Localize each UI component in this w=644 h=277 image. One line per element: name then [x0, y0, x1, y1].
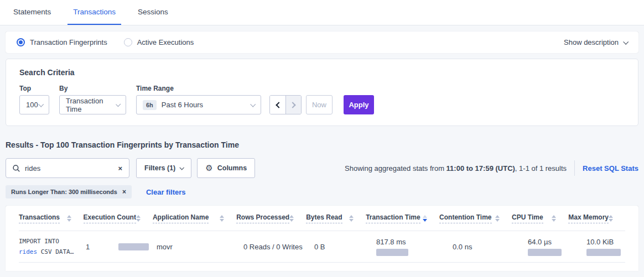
filter-chip: Runs Longer Than: 300 milliseconds ×	[6, 185, 132, 198]
column-header-cpu-time[interactable]: CPU Time	[512, 213, 568, 223]
search-clear-icon[interactable]: ×	[118, 165, 122, 172]
cell-execution-count: 1	[86, 243, 157, 251]
aggregated-stats-text: Showing aggregated stats from 11:00 to 1…	[345, 164, 567, 173]
cell-transaction-time: 817.8 ms	[376, 238, 453, 256]
sort-icon	[609, 215, 613, 222]
search-criteria-title: Search Criteria	[19, 68, 625, 77]
chevron-left-icon	[276, 102, 282, 108]
top-select[interactable]: 100	[19, 95, 49, 114]
cell-bytes-read: 0 B	[314, 243, 376, 251]
column-header-bytes-read[interactable]: Bytes Read	[306, 213, 366, 223]
reset-sql-stats-link[interactable]: Reset SQL Stats	[583, 164, 638, 173]
show-description-label: Show description	[564, 38, 619, 46]
table-header-row: Transactions Execution Count Application…	[19, 206, 625, 231]
filter-chip-label: Runs Longer Than: 300 milliseconds	[11, 189, 117, 195]
column-header-rows-processed[interactable]: Rows Processed	[236, 213, 306, 223]
stats-time-range: 11:00 to 17:59 (UTC)	[446, 164, 515, 173]
columns-button[interactable]: ⚙ Columns	[197, 158, 255, 178]
sort-icon-active-desc	[423, 215, 427, 222]
sort-icon	[220, 215, 224, 222]
cell-transaction-fingerprint: IMPORT INTO rides CSV DATA…	[19, 236, 86, 258]
by-select-value: Transaction Time	[66, 97, 116, 113]
time-range-badge: 6h	[143, 100, 157, 110]
chevron-down-icon	[38, 102, 44, 107]
transaction-fingerprint-link[interactable]: rides	[19, 248, 37, 255]
column-header-max-memory[interactable]: Max Memory	[568, 213, 625, 223]
sort-icon	[289, 215, 294, 222]
cell-contention-time: 0.0 ns	[453, 243, 528, 251]
cell-application-name: movr	[157, 243, 243, 251]
search-criteria-panel: Search Criteria Top 100 By Transaction T…	[6, 59, 638, 126]
cell-max-memory: 10.0 KiB	[586, 238, 625, 256]
chevron-down-icon	[250, 102, 256, 107]
chevron-down-icon	[623, 39, 629, 45]
sort-icon	[349, 215, 354, 222]
top-label: Top	[19, 85, 49, 92]
tab-statements[interactable]: Statements	[8, 0, 56, 25]
time-prev-button[interactable]	[270, 96, 285, 114]
table-row: IMPORT INTO rides CSV DATA… 1 movr 0 Rea…	[19, 231, 625, 263]
chip-close-icon[interactable]: ×	[122, 189, 126, 195]
search-box[interactable]: ×	[6, 158, 129, 178]
gear-icon: ⚙	[205, 163, 212, 173]
sort-icon	[495, 215, 500, 222]
time-next-button[interactable]	[285, 96, 301, 114]
column-header-transaction-time[interactable]: Transaction Time	[366, 213, 439, 223]
transaction-time-bar	[376, 249, 408, 256]
radio-active-executions[interactable]: Active Executions	[124, 38, 194, 46]
cell-cpu-time: 64.0 µs	[528, 238, 586, 256]
show-description-toggle[interactable]: Show description	[564, 38, 627, 46]
clear-filters-link[interactable]: Clear filters	[146, 188, 186, 196]
chevron-down-icon	[180, 165, 184, 170]
search-icon	[13, 165, 20, 172]
toolbar-divider	[574, 160, 575, 176]
time-range-label: Time Range	[136, 85, 261, 92]
chevron-right-icon	[289, 102, 295, 108]
filters-button[interactable]: Filters (1)	[136, 158, 191, 178]
cpu-time-bar	[528, 249, 562, 256]
chevron-down-icon	[116, 102, 121, 107]
radio-transaction-fingerprints[interactable]: Transaction Fingerprints	[17, 38, 107, 46]
column-header-transactions[interactable]: Transactions	[19, 213, 84, 223]
by-select[interactable]: Transaction Time	[59, 95, 126, 114]
sort-icon	[136, 215, 141, 222]
filters-button-label: Filters (1)	[144, 164, 175, 172]
sort-icon	[67, 215, 71, 222]
sort-icon	[552, 215, 556, 222]
columns-button-label: Columns	[217, 164, 247, 172]
view-toggle-bar: Transaction Fingerprints Active Executio…	[6, 32, 638, 53]
cell-rows-processed: 0 Reads / 0 Writes	[243, 243, 314, 251]
radio-selected-icon	[17, 38, 25, 46]
radio-label: Active Executions	[137, 38, 194, 46]
by-label: By	[59, 85, 126, 92]
column-header-contention-time[interactable]: Contention Time	[439, 213, 512, 223]
execution-count-bar	[118, 243, 149, 250]
results-toolbar: × Filters (1) ⚙ Columns Showing aggregat…	[6, 158, 638, 178]
max-memory-bar	[586, 249, 621, 256]
time-range-select[interactable]: 6h Past 6 Hours	[136, 95, 261, 114]
radio-label: Transaction Fingerprints	[30, 38, 107, 46]
apply-button[interactable]: Apply	[344, 95, 374, 114]
page-tabs: Statements Transactions Sessions	[0, 0, 644, 25]
results-heading: Results - Top 100 Transaction Fingerprin…	[6, 140, 638, 149]
time-range-value: Past 6 Hours	[162, 101, 203, 109]
radio-unselected-icon	[124, 38, 132, 46]
results-table: Transactions Execution Count Application…	[6, 206, 638, 271]
tab-transactions[interactable]: Transactions	[67, 0, 121, 25]
search-input[interactable]	[25, 164, 113, 173]
column-header-application-name[interactable]: Application Name	[153, 213, 236, 223]
tab-sessions[interactable]: Sessions	[132, 0, 174, 25]
top-select-value: 100	[26, 101, 38, 109]
now-button[interactable]: Now	[306, 95, 333, 114]
time-range-nav	[269, 95, 302, 114]
column-header-execution-count[interactable]: Execution Count	[84, 213, 153, 223]
filter-chips-row: Runs Longer Than: 300 milliseconds × Cle…	[6, 185, 638, 198]
